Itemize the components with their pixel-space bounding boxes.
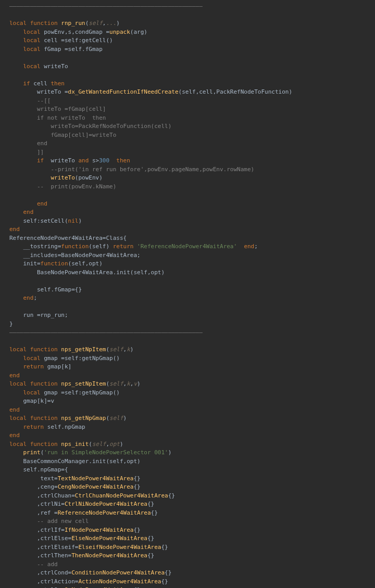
code-line[interactable]: --print('in ref run before',powEnv.pageN…	[9, 165, 375, 174]
code-line[interactable]: -- add new cell	[9, 517, 375, 526]
code-line[interactable]: text=TextNodePower4WaitArea{}	[9, 475, 375, 483]
code-line[interactable]: ,ceng=CengNodePower4WaitArea{}	[9, 483, 375, 492]
code-line[interactable]: ,ctrlNi=CtrlNiNodePower4WaitArea{}	[9, 500, 375, 509]
code-line[interactable]: local function nps_getNpGmap(self)	[9, 414, 375, 423]
code-line[interactable]: ––––––––––––––––––––––––––––––––––––––––…	[9, 328, 375, 337]
code-line[interactable]: if cell then	[9, 80, 375, 88]
code-line[interactable]: writeTo =fGmap[cell]	[9, 105, 375, 114]
code-line[interactable]: end	[9, 431, 375, 440]
code-line[interactable]: }	[9, 320, 375, 329]
code-line[interactable]: ––––––––––––––––––––––––––––––––––––––––…	[9, 2, 375, 11]
code-line[interactable]	[9, 277, 375, 286]
code-line[interactable]: ,ctrlIf=IfNodePower4WaitArea{}	[9, 526, 375, 535]
code-line[interactable]: -- add	[9, 560, 375, 569]
code-line[interactable]: end;	[9, 294, 375, 303]
code-line[interactable]: end	[9, 208, 375, 217]
code-line[interactable]: writeTo(powEnv)	[9, 174, 375, 183]
code-line[interactable]: end	[9, 406, 375, 415]
code-line[interactable]: run =rnp_run;	[9, 311, 375, 320]
code-line[interactable]: local fGmap =self.fGmap	[9, 45, 375, 54]
code-line[interactable]: local cell =self:getCell()	[9, 36, 375, 45]
code-line[interactable]	[9, 54, 375, 62]
code-line[interactable]: local function nps_init(self,opt)	[9, 440, 375, 449]
code-line[interactable]: print('run in SimpleNodePowerSelector 00…	[9, 449, 375, 457]
code-line[interactable]: if writeTo and s>300 then	[9, 157, 375, 165]
code-line[interactable]: writeTo =dx_GetWantedFunctionIfNeedCreat…	[9, 88, 375, 97]
code-line[interactable]: end	[9, 200, 375, 209]
code-line[interactable]: self.npGmap={	[9, 466, 375, 475]
code-line[interactable]: end	[9, 225, 375, 234]
code-line[interactable]: BaseNodePower4WaitArea.init(self,opt)	[9, 269, 375, 277]
code-line[interactable]	[9, 71, 375, 80]
code-line[interactable]	[9, 11, 375, 20]
code-line[interactable]: __tostring=function(self) return 'Refere…	[9, 242, 375, 251]
code-line[interactable]: return self.npGmap	[9, 423, 375, 432]
code-line[interactable]: local writeTo	[9, 62, 375, 71]
code-line[interactable]: self.fGmap={}	[9, 286, 375, 295]
code-line[interactable]: local powEnv,s,condGmap =unpack(arg)	[9, 28, 375, 37]
code-line[interactable]: writeTo=PackRefNodeToFunction(cell)	[9, 122, 375, 131]
code-line[interactable]: ,ctrlAction=ActionNodePower4WaitArea{}	[9, 578, 375, 586]
code-line[interactable]: BaseCommonCoManager.init(self,opt)	[9, 457, 375, 466]
code-line[interactable]: init=function(self,opt)	[9, 260, 375, 269]
code-line[interactable]: local function rnp_run(self,...)	[9, 19, 375, 28]
code-line[interactable]: return gmap[k]	[9, 363, 375, 372]
code-line[interactable]: self:setCell(nil)	[9, 217, 375, 226]
code-line[interactable]: local gmap =self:getNpGmap()	[9, 389, 375, 398]
code-line[interactable]: ,ctrlOr=OrNodePower4WaitArea{}	[9, 586, 375, 588]
code-line[interactable]	[9, 191, 375, 200]
code-line[interactable]: ,ctrlElse=ElseNodePower4WaitArea{}	[9, 534, 375, 543]
code-line[interactable]: end	[9, 139, 375, 148]
code-line[interactable]: __includes=BaseNodePower4WaitArea;	[9, 251, 375, 260]
code-line[interactable]: if not writeTo then	[9, 114, 375, 123]
code-line[interactable]: ,ctrlThen=ThenNodePower4WaitArea{}	[9, 552, 375, 560]
code-line[interactable]: ReferenceNodePower4WaitArea=Class{	[9, 234, 375, 243]
code-line[interactable]: ,ctrlElseif=ElseifNodePower4WaitArea{}	[9, 543, 375, 552]
code-line[interactable]: -- print(powEnv.kName)	[9, 183, 375, 191]
code-line[interactable]: ,ctrlChuan=CtrlChuanNodePower4WaitArea{}	[9, 492, 375, 501]
code-line[interactable]: ,ref =ReferenceNodePower4WaitArea{}	[9, 509, 375, 518]
code-line[interactable]: ,ctrlCond=ConditionNodePower4WaitArea{}	[9, 569, 375, 578]
code-line[interactable]: ]]	[9, 148, 375, 157]
code-line[interactable]: local function nps_getNpItem(self,k)	[9, 346, 375, 354]
code-line[interactable]: end	[9, 372, 375, 380]
code-line[interactable]	[9, 303, 375, 312]
code-line[interactable]: gmap[k]=v	[9, 397, 375, 406]
code-line[interactable]: local function nps_setNpItem(self,k,v)	[9, 380, 375, 389]
code-editor[interactable]: ––––––––––––––––––––––––––––––––––––––––…	[0, 0, 375, 588]
code-line[interactable]: --[[	[9, 97, 375, 106]
code-line[interactable]	[9, 337, 375, 346]
code-line[interactable]: fGmap[cell]=writeTo	[9, 131, 375, 140]
code-line[interactable]: local gmap =self:getNpGmap()	[9, 354, 375, 363]
